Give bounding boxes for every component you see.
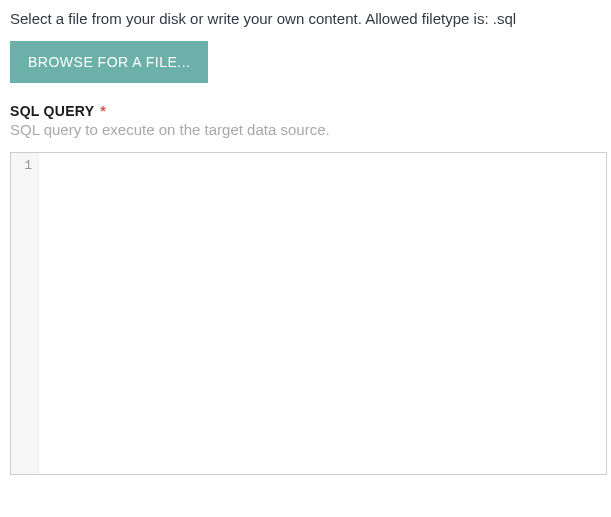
line-number-gutter: 1 xyxy=(11,153,39,474)
sql-query-label-text: SQL QUERY xyxy=(10,103,94,119)
sql-query-description: SQL query to execute on the target data … xyxy=(10,121,601,138)
sql-query-label: SQL QUERY * xyxy=(10,103,601,119)
required-star-icon: * xyxy=(100,103,106,119)
file-help-text: Select a file from your disk or write yo… xyxy=(10,10,601,27)
sql-query-editor[interactable]: 1 xyxy=(10,152,607,475)
line-number: 1 xyxy=(11,157,38,175)
browse-file-button[interactable]: BROWSE FOR A FILE... xyxy=(10,41,208,83)
sql-query-input[interactable] xyxy=(39,153,606,474)
